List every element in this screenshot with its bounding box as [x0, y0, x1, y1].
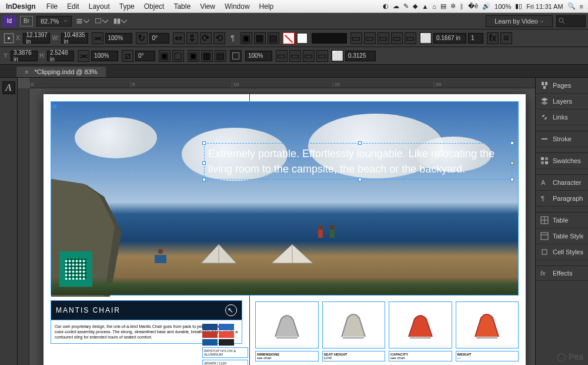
color-swatch-block[interactable]: RIPSTOP NYLON & ALUMINUM 283458 | 1120	[202, 324, 248, 365]
corner-field[interactable]: 0.3125	[345, 51, 376, 61]
product-title-bar[interactable]: MANTIS CHAIR ↖	[51, 300, 242, 320]
screen-mode-button[interactable]	[94, 15, 109, 27]
menu-file[interactable]: File	[42, 2, 62, 11]
stroke-style-field[interactable]	[312, 33, 347, 44]
menu-object[interactable]: Object	[139, 2, 169, 11]
fit-prop-icon[interactable]: ▣	[188, 50, 199, 62]
scale-x-field[interactable]: 100%	[105, 33, 132, 44]
center-content-icon[interactable]: ▤	[268, 32, 279, 44]
type-tool[interactable]: A	[2, 81, 15, 94]
close-tab-icon[interactable]: ×	[25, 68, 28, 75]
rotate-ccw-icon[interactable]: ⟲	[213, 32, 225, 44]
clock[interactable]: Fri 11:31 AM	[526, 3, 563, 10]
align-icon-4[interactable]: ▭	[316, 50, 328, 62]
menu-view[interactable]: View	[195, 2, 220, 11]
effects-icon[interactable]: fx	[487, 32, 499, 44]
spec-capacity[interactable]: CAPACITYsee chart	[389, 351, 452, 361]
x-pos-field[interactable]: 12.1397 in	[23, 33, 50, 44]
hero-text-frame[interactable]: Extremely portable. Effortlessly loungab…	[204, 143, 512, 180]
panel-table-styles[interactable]: Table Styles	[536, 228, 588, 244]
constrain2-icon[interactable]: ⫘	[78, 50, 89, 62]
menu-help[interactable]: Help	[255, 2, 279, 11]
wrap-bbox-icon[interactable]: ▭	[364, 32, 376, 44]
align-icon-3[interactable]: ▭	[303, 50, 315, 62]
panel-paragraph-styles[interactable]: ¶Paragraph Styles	[536, 191, 588, 207]
fill-frame-icon[interactable]: ▦	[254, 32, 266, 44]
notification-icon[interactable]: ≡	[580, 3, 583, 10]
rotate-icon[interactable]: ↻	[136, 32, 148, 44]
stroke-swatch[interactable]	[296, 32, 308, 44]
spec-weight[interactable]: WEIGHT—	[456, 351, 519, 361]
app-name[interactable]: InDesign	[0, 2, 42, 11]
height-field[interactable]: 2.5248 in	[47, 51, 74, 61]
spec-seat-height[interactable]: SEAT HEIGHTLOW	[322, 351, 386, 361]
search-field[interactable]	[556, 15, 586, 27]
stroke-weight-field[interactable]: 0.1667 in	[433, 33, 466, 44]
dist-icon[interactable]: ⬜	[332, 50, 343, 62]
shear-field[interactable]: 0°	[135, 51, 155, 61]
corner-icon[interactable]: ⬜	[420, 32, 432, 44]
fit-content2-icon[interactable]: ▤	[215, 50, 226, 62]
spotlight-icon[interactable]: 🔍	[567, 2, 576, 10]
wrap-none-icon[interactable]: ▭	[350, 32, 362, 44]
spec-dimensions[interactable]: DIMENSIONSsee chart	[255, 351, 319, 361]
chair-card-3[interactable]	[389, 301, 452, 349]
battery-icon[interactable]: ▮▯	[515, 2, 522, 10]
panel-links[interactable]: Links	[536, 110, 588, 125]
wifi-icon[interactable]: �ê	[468, 2, 478, 10]
panel-table[interactable]: Table	[536, 213, 588, 228]
menu-layout[interactable]: Layout	[84, 2, 115, 11]
indesign-icon[interactable]: Id	[2, 15, 16, 27]
document-tab[interactable]: × *Clipping.indd @ 83%	[16, 67, 106, 77]
hero-image-frame[interactable]: Extremely portable. Effortlessly loungab…	[51, 101, 519, 296]
opacity-field[interactable]: 100%	[245, 51, 272, 61]
dropbox-icon[interactable]: ◆	[413, 2, 417, 10]
align-icon-1[interactable]: ▭	[276, 50, 288, 62]
align-icon-2[interactable]: ▭	[289, 50, 301, 62]
wrap-jumpcol-icon[interactable]: ▭	[405, 32, 416, 44]
y-pos-field[interactable]: 3.3876 in	[11, 51, 38, 61]
stroke-weight-field-2[interactable]: 1	[468, 33, 483, 44]
evernote-icon[interactable]: ✎	[403, 2, 409, 10]
select-container-icon[interactable]: ▣	[159, 50, 171, 62]
document-spread[interactable]: Extremely portable. Effortlessly loungab…	[44, 94, 526, 365]
paragraph-marker-icon[interactable]: ¶	[229, 34, 237, 42]
reference-point-icon[interactable]	[4, 33, 14, 44]
panel-stroke[interactable]: Stroke	[536, 131, 588, 147]
rotate-cw-icon[interactable]: ⟳	[200, 32, 212, 44]
fan-icon[interactable]: ✲	[450, 2, 456, 10]
workspace-switcher[interactable]: Learn by Video	[486, 15, 553, 27]
horizontal-ruler[interactable]: 05101520	[29, 78, 535, 88]
view-options-button[interactable]	[75, 15, 91, 27]
drive-icon[interactable]: ▲	[422, 3, 428, 10]
panel-character-styles[interactable]: ACharacter Styles	[536, 175, 588, 191]
fit-content-icon[interactable]: ▣	[240, 32, 252, 44]
shear-icon[interactable]: ⧄	[122, 50, 133, 62]
rotate-field[interactable]: 0°	[149, 33, 169, 44]
panel-swatches[interactable]: Swatches	[536, 153, 588, 169]
sync-icon[interactable]: ◐	[383, 2, 389, 10]
flip-v-icon[interactable]: ⇕	[186, 32, 198, 44]
more-options-icon[interactable]: ≡	[500, 32, 512, 44]
chair-card-1[interactable]	[255, 301, 319, 349]
bluetooth-icon[interactable]: ᛒ	[460, 3, 464, 10]
bridge-icon[interactable]: Br	[20, 16, 33, 26]
panel-layers[interactable]: Layers	[536, 94, 588, 110]
wrap-shape-icon[interactable]: ▭	[377, 32, 389, 44]
home-icon[interactable]: ⌂	[432, 3, 436, 10]
menu-type[interactable]: Type	[115, 2, 139, 11]
volume-icon[interactable]: 🔊	[482, 2, 490, 10]
cc-icon[interactable]: ☁	[393, 2, 399, 10]
panel-effects[interactable]: fxEffects	[536, 266, 588, 281]
panel-cell-styles[interactable]: Cell Styles	[536, 244, 588, 260]
fit-frame-icon[interactable]: ▦	[201, 50, 213, 62]
chair-card-2[interactable]	[322, 301, 386, 349]
stroke-swap-icon[interactable]	[230, 50, 242, 62]
constrain-icon[interactable]: ⫘	[92, 32, 103, 44]
menu-table[interactable]: Table	[169, 2, 195, 11]
width-field[interactable]: 10.4835 in	[61, 33, 88, 44]
select-content-icon[interactable]: ▢	[172, 50, 184, 62]
panel-pages[interactable]: Pages	[536, 78, 588, 94]
wrap-jump-icon[interactable]: ▭	[391, 32, 403, 44]
battery-percent[interactable]: 100%	[495, 3, 511, 10]
